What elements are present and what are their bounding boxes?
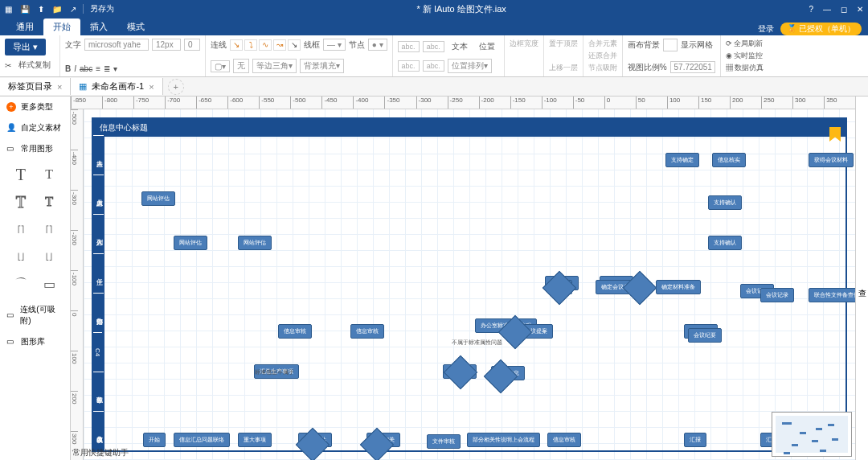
text-box-3[interactable]: abc.	[398, 60, 420, 72]
upload-icon[interactable]: ⬆	[38, 5, 44, 14]
flow-node[interactable]: 网站评估	[141, 191, 175, 206]
save-as-label[interactable]: 另存为	[90, 3, 114, 14]
text-box-1[interactable]: abc.	[398, 41, 420, 52]
format-painter[interactable]: 样式复制	[14, 57, 55, 73]
canvas-bg[interactable]: 画布背景	[628, 39, 660, 51]
flow-node[interactable]: 信息汇总问题联络	[174, 433, 230, 447]
close-tab-2[interactable]: ×	[149, 82, 154, 92]
shape-rect[interactable]: ▭	[37, 272, 63, 296]
flow-node[interactable]: 标准信息不属于	[250, 366, 299, 379]
monitor-button[interactable]: ◉ 实时监控	[726, 51, 764, 61]
shape-text-big[interactable]: T	[8, 162, 34, 187]
shape-bracket-3[interactable]: ⎣⎦	[8, 244, 34, 269]
italic-button[interactable]: I	[74, 64, 76, 73]
flow-node[interactable]: 会议纪要	[688, 328, 722, 343]
shape-text-small[interactable]: T	[37, 162, 63, 187]
new-tab-button[interactable]: +	[168, 79, 184, 95]
arrange-select[interactable]: 位置排列▾	[448, 59, 492, 73]
node-select[interactable]: ● ▾	[368, 39, 387, 51]
flow-node[interactable]: 确定材料准备	[656, 280, 701, 294]
flow-node[interactable]: 信息审核	[278, 324, 312, 339]
sidebar-connectors[interactable]: ▭连线(可吸附)	[0, 299, 70, 331]
bookmark-icon[interactable]	[829, 127, 841, 142]
sidebar-common-shapes[interactable]: ▭常用图形	[0, 138, 70, 159]
bounds-button[interactable]: 边框宽度	[510, 39, 538, 49]
export-button[interactable]: 导出 ▾	[5, 39, 46, 55]
flow-decision[interactable]	[444, 355, 477, 389]
flow-node[interactable]: 支持确定	[665, 153, 699, 167]
strike-button[interactable]: abc	[80, 64, 92, 73]
move-up[interactable]: 上移一层	[549, 63, 578, 73]
close-icon[interactable]: ✕	[857, 5, 863, 14]
flow-node[interactable]: 部分相关性说明上会流程	[467, 433, 540, 447]
font-size-select[interactable]: 12px	[152, 39, 181, 51]
scale-input[interactable]: 57.722051	[670, 61, 715, 73]
shape-bracket-1[interactable]: ⎡⎤	[8, 217, 34, 241]
flow-node[interactable]: 不属于标准属性问题	[447, 336, 507, 349]
flow-node[interactable]: 汇报	[684, 433, 706, 447]
bold-button[interactable]: B	[65, 64, 71, 73]
flow-node[interactable]: 重大事项	[238, 433, 272, 447]
unmerge-button[interactable]: 还原合并	[588, 51, 617, 61]
line-style-4[interactable]: ↝	[273, 39, 286, 51]
shape-curve[interactable]: ⌒	[8, 272, 34, 296]
flow-node[interactable]: 支持确认	[708, 195, 742, 210]
fill-color[interactable]: ▢▾	[211, 60, 230, 72]
more-font-icon[interactable]: ▾	[113, 64, 117, 73]
show-grid[interactable]: 显示网格	[681, 39, 713, 51]
shape-text-outline-sm[interactable]: T	[37, 190, 63, 214]
flow-node[interactable]: 信息审核	[547, 433, 581, 447]
tab-insert[interactable]: 插入	[80, 18, 117, 35]
flow-node[interactable]: 获得会议材料	[809, 153, 854, 167]
sidebar-shape-lib[interactable]: ▭图形库	[0, 331, 70, 352]
bring-front[interactable]: 置于顶层	[549, 39, 578, 49]
font-extra[interactable]: 0	[184, 39, 200, 51]
sidebar-custom[interactable]: 👤自定义素材	[0, 117, 70, 138]
flow-node[interactable]: 信息核实	[712, 153, 746, 167]
sidebar-more-types[interactable]: +更多类型	[0, 97, 70, 117]
save-icon[interactable]: 💾	[20, 5, 30, 14]
line-style-2[interactable]: ⤵	[244, 39, 257, 51]
flow-node[interactable]: 信息审核	[350, 324, 384, 339]
shape-select[interactable]: 等边三角▾	[252, 59, 297, 73]
line-style-5[interactable]: ↘	[288, 39, 301, 51]
doc-tab-canvas[interactable]: ▦ 未命名画布-1×	[71, 78, 162, 95]
snap-button[interactable]: 节点吸附	[588, 63, 617, 73]
simulate-button[interactable]: ▦ 数据仿真	[726, 63, 764, 73]
tab-general[interactable]: 通用	[6, 18, 43, 35]
text-box-2[interactable]: abc.	[423, 41, 444, 52]
line-style-select[interactable]: — ▾	[323, 39, 346, 51]
doc-tab-toc[interactable]: 标签页目录×	[0, 78, 71, 95]
flow-decision[interactable]	[484, 359, 518, 393]
font-family-select[interactable]: microsoft yahe	[84, 39, 149, 51]
shape-bracket-2[interactable]: ⎡⎤	[37, 217, 63, 241]
align-left-icon[interactable]: ≡	[96, 64, 100, 73]
scissors-icon[interactable]: ✂	[5, 61, 11, 70]
merge-button[interactable]: 合并元素	[588, 39, 617, 49]
flow-node[interactable]: 支持确认	[708, 236, 742, 250]
maximize-icon[interactable]: ◻	[841, 5, 847, 14]
align-center-icon[interactable]: ≣	[104, 64, 110, 73]
canvas[interactable]: -850-800-750-700-650-600-550-500-450-400…	[71, 97, 855, 460]
flow-node[interactable]: 开始	[143, 433, 166, 447]
help-icon[interactable]: ?	[809, 5, 813, 14]
fill-none[interactable]: 无	[233, 59, 249, 73]
shape-bracket-4[interactable]: ⎣⎦	[37, 244, 63, 269]
login-link[interactable]: 登录	[758, 23, 774, 35]
open-icon[interactable]: 📁	[52, 5, 62, 14]
close-tab-1[interactable]: ×	[57, 82, 62, 92]
flow-node[interactable]: 网站评估	[174, 236, 207, 250]
flow-node[interactable]: 文件审核	[427, 434, 461, 449]
tab-start[interactable]: 开始	[43, 18, 80, 35]
shape-text-outline[interactable]: T	[8, 190, 34, 214]
flow-node[interactable]: 会议记录	[760, 288, 794, 302]
flow-node[interactable]: 网站评估	[238, 236, 272, 250]
minimize-icon[interactable]: —	[823, 5, 831, 14]
line-style-1[interactable]: ↘	[230, 39, 243, 51]
line-style-3[interactable]: ∿	[259, 39, 272, 51]
export-icon[interactable]: ↗	[70, 5, 76, 14]
refresh-button[interactable]: ⟳ 全局刷新	[726, 39, 764, 49]
swimlane-container[interactable]: 信息中心标题 主持人出席人员列席人主任办公室部门C4职务单位仪表盘单位 网站评估…	[92, 117, 847, 452]
bg-fill[interactable]: 背景填充▾	[300, 59, 344, 73]
text-box-4[interactable]: abc.	[423, 60, 444, 72]
